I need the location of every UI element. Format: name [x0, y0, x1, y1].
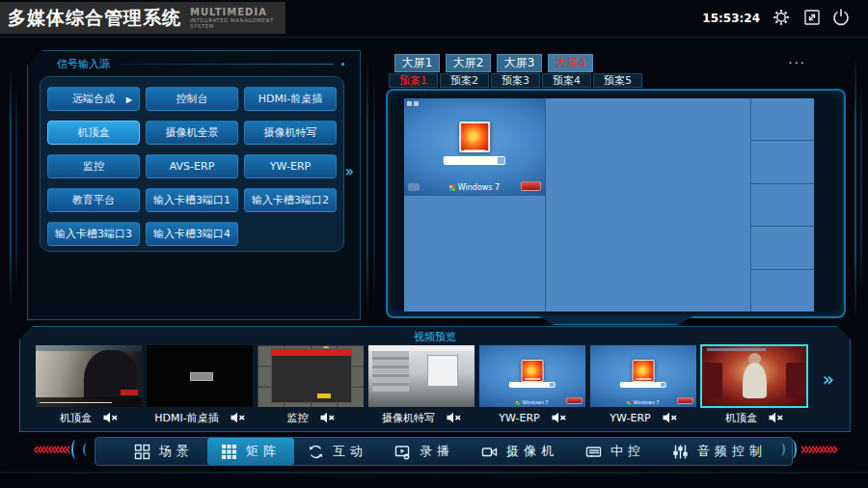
preview-item[interactable]: HDMI-前桌插 — [147, 345, 253, 428]
mute-icon[interactable] — [663, 412, 677, 423]
mute-icon[interactable] — [320, 412, 335, 423]
mute-icon[interactable] — [447, 412, 461, 423]
preview-item[interactable]: Windows 7 YW-ERP — [590, 345, 696, 428]
tab-preset-3[interactable]: 预案3 — [491, 73, 540, 88]
nav-item-audio-control[interactable]: 音频控制 — [659, 438, 780, 465]
page-subtitle: MULTIMEDIA INTEGRATED MANAGEMENT SYSTEM — [190, 7, 285, 29]
nav-item-record[interactable]: 录播 — [381, 438, 468, 465]
wall-cell[interactable] — [751, 98, 814, 140]
preview-next-chevron-icon[interactable]: » — [823, 369, 834, 389]
app-logo: 多媒体综合管理系统 MULTIMEDIA INTEGRATED MANAGEME… — [0, 2, 285, 34]
thumbnail-image — [36, 345, 142, 407]
resize-window-icon[interactable] — [802, 8, 822, 27]
control-panel-icon — [585, 444, 602, 460]
thumbnail-image: Windows 7 — [479, 345, 585, 407]
nav-item-central-control[interactable]: 中控 — [572, 438, 659, 465]
source-button[interactable]: HDMI-前桌插 — [244, 87, 337, 111]
nav-item-camera[interactable]: 摄像机 — [468, 438, 572, 465]
user-avatar — [459, 122, 490, 152]
preset-tab-row: 预案1 预案2 预案3 预案4 预案5 — [389, 73, 642, 88]
wall-cell[interactable] — [751, 227, 814, 268]
wall-cell[interactable] — [751, 141, 814, 182]
thumbnail-image: Windows 7 — [590, 345, 696, 407]
tab-screen-3[interactable]: 大屏3 — [497, 54, 542, 72]
tab-preset-5[interactable]: 预案5 — [593, 73, 642, 88]
submenu-arrow-icon: ▶ — [126, 95, 132, 103]
user-name-placeholder — [464, 149, 485, 152]
clock: 15:53:24 — [702, 12, 760, 25]
windows-flag-icon — [449, 185, 455, 191]
shutdown-button — [521, 181, 541, 191]
more-menu-icon[interactable]: ··· — [789, 56, 806, 70]
video-wall-grid: Windows 7 — [404, 98, 814, 312]
record-icon — [394, 444, 411, 460]
thumbnail-image — [258, 345, 364, 407]
preview-item[interactable]: Windows 7 YW-ERP — [479, 345, 585, 428]
wall-cell[interactable] — [751, 270, 814, 312]
nav-item-matrix[interactable]: 矩阵 — [207, 438, 294, 465]
mute-icon[interactable] — [231, 412, 245, 423]
tab-preset-2[interactable]: 预案2 — [440, 73, 489, 88]
video-preview-title: 视频预览 — [20, 330, 850, 344]
interact-arrows-icon — [308, 444, 324, 460]
bottom-nav: 场景 矩阵 互动 录播 摄像机 — [95, 437, 793, 466]
mute-icon[interactable] — [769, 412, 783, 423]
preview-thumbnails: 机顶盒 HDMI-前桌插 监控 摄像机特写 — [36, 345, 807, 428]
top-divider — [0, 37, 868, 38]
source-button[interactable]: 输入卡槽3端口4 — [146, 222, 238, 246]
settings-icon[interactable] — [772, 8, 791, 27]
nav-item-interact[interactable]: 互动 — [294, 438, 381, 465]
wall-cell[interactable] — [751, 184, 814, 226]
camera-icon — [481, 444, 498, 460]
power-icon[interactable] — [831, 8, 851, 27]
preview-item[interactable]: 监控 — [258, 345, 364, 428]
preview-item[interactable]: 摄像机特写 — [368, 345, 475, 428]
tab-screen-1[interactable]: 大屏1 — [394, 54, 440, 72]
mute-icon[interactable] — [103, 412, 118, 423]
password-input — [444, 156, 505, 165]
screen-panel: 大屏1 大屏2 大屏3 大屏4 预案1 预案2 预案3 预案4 预案5 ··· … — [381, 50, 851, 328]
wall-cell[interactable] — [404, 196, 545, 312]
wall-cell[interactable] — [546, 98, 750, 312]
source-button[interactable]: 摄像机全景 — [146, 121, 238, 145]
decorative-line — [15, 87, 17, 289]
tab-screen-4[interactable]: 大屏4 — [548, 54, 593, 72]
wall-cell-windows-login[interactable]: Windows 7 — [404, 98, 545, 195]
windows-login-screen: Windows 7 — [404, 98, 545, 195]
ease-of-access-icon — [408, 183, 420, 191]
mute-icon[interactable] — [552, 412, 566, 423]
window-control-icons — [407, 101, 419, 106]
thumbnail-image — [368, 345, 475, 407]
decorative-line — [854, 58, 856, 318]
source-button[interactable]: YW-ERP — [244, 154, 337, 178]
tab-preset-1[interactable]: 预案1 — [389, 73, 438, 88]
thumbnail-image — [701, 345, 807, 407]
signal-source-panel: 信号输入源 远端合成▶ 控制台 HDMI-前桌插 机顶盒 摄像机全景 摄像机特写… — [27, 50, 361, 320]
scene-grid-icon — [134, 444, 150, 460]
preview-item-selected[interactable]: 机顶盒 — [701, 345, 807, 428]
tab-preset-4[interactable]: 预案4 — [542, 73, 591, 88]
decorative-line — [860, 77, 862, 299]
login-arrow-button — [497, 157, 504, 164]
source-button[interactable]: 监控 — [47, 154, 140, 178]
signal-source-grid: 远端合成▶ 控制台 HDMI-前桌插 机顶盒 摄像机全景 摄像机特写 监控 AV… — [40, 76, 344, 252]
source-button[interactable]: 机顶盒 — [47, 121, 140, 145]
matrix-grid-icon — [221, 444, 237, 460]
nav-item-scene[interactable]: 场景 — [121, 438, 207, 465]
nav-left-decoration: ««««« — [33, 440, 92, 459]
source-button[interactable]: 输入卡槽3端口2 — [244, 188, 337, 212]
source-button[interactable]: 控制台 — [146, 87, 238, 111]
video-preview-panel: 视频预览 机顶盒 HDMI-前桌插 监控 摄像机特写 — [19, 326, 851, 432]
signal-source-panel-title: 信号输入源 — [57, 57, 344, 71]
source-button[interactable]: 输入卡槽3端口3 — [47, 222, 140, 246]
source-button[interactable]: 远端合成▶ — [47, 87, 140, 111]
source-button[interactable]: 输入卡槽3端口1 — [146, 188, 238, 212]
tab-screen-2[interactable]: 大屏2 — [446, 54, 491, 72]
panel-expand-chevron-icon[interactable]: » — [345, 165, 354, 179]
video-wall: Windows 7 — [386, 89, 846, 318]
source-button[interactable]: 摄像机特写 — [244, 121, 337, 145]
preview-item[interactable]: 机顶盒 — [36, 345, 142, 428]
decorative-line — [373, 68, 375, 309]
source-button[interactable]: 教育平台 — [47, 188, 140, 212]
source-button[interactable]: AVS-ERP — [146, 154, 238, 178]
